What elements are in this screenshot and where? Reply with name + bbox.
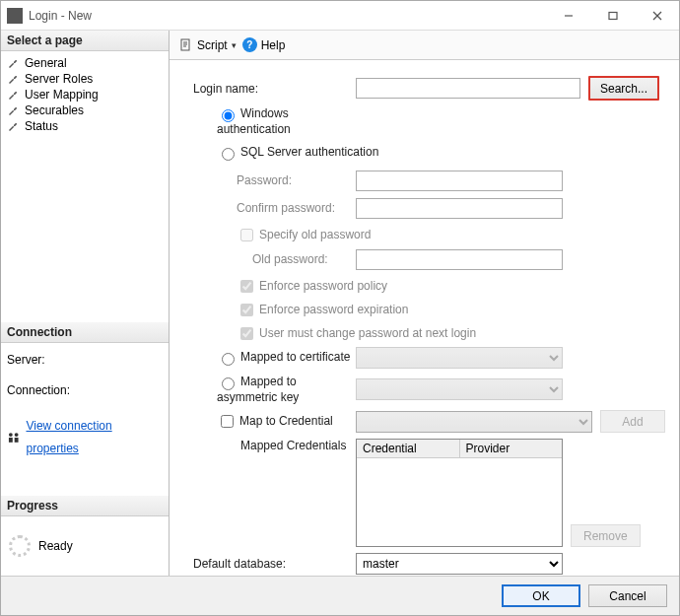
spinner-icon — [9, 535, 31, 557]
col-provider: Provider — [460, 440, 563, 457]
close-button[interactable] — [635, 1, 679, 30]
mapped-creds-table[interactable]: Credential Provider — [356, 439, 563, 547]
content-area: Script ▾ ? Help Login name: Search... Wi… — [170, 31, 679, 576]
login-name-label: Login name: — [193, 82, 356, 96]
search-button[interactable]: Search... — [588, 76, 659, 101]
cancel-button[interactable]: Cancel — [588, 584, 667, 607]
script-button[interactable]: Script ▾ — [179, 38, 237, 52]
connection-header: Connection — [1, 322, 169, 343]
enforce-policy-checkbox — [240, 280, 253, 293]
server-label: Server: — [7, 349, 163, 372]
connection-label: Connection: — [7, 379, 163, 402]
help-button[interactable]: ? Help — [242, 37, 286, 52]
map-cred-checkbox[interactable] — [221, 415, 234, 428]
enforce-exp-row: Enforce password expiration — [193, 300, 665, 319]
col-credential: Credential — [357, 440, 460, 457]
login-name-input[interactable] — [356, 78, 580, 99]
svg-point-5 — [15, 433, 19, 437]
svg-rect-1 — [609, 12, 617, 19]
page-server-roles[interactable]: Server Roles — [3, 71, 167, 87]
caret-down-icon: ▾ — [232, 40, 237, 50]
remove-button: Remove — [571, 524, 641, 547]
sidebar: Select a page General Server Roles User … — [1, 31, 170, 576]
wrench-icon — [7, 119, 21, 133]
map-cred-option[interactable]: Map to Credential — [193, 412, 356, 431]
minimize-button[interactable] — [546, 1, 590, 30]
connection-panel: Server: Connection: View connection prop… — [1, 343, 169, 472]
wrench-icon — [7, 72, 21, 86]
must-change-row: User must change password at next login — [193, 323, 665, 343]
progress-status: Ready — [38, 539, 73, 553]
progress-panel: Ready — [1, 516, 169, 576]
page-user-mapping[interactable]: User Mapping — [3, 87, 167, 103]
content-toolbar: Script ▾ ? Help — [170, 31, 679, 60]
specify-old-checkbox — [240, 229, 253, 241]
page-securables[interactable]: Securables — [3, 103, 167, 118]
old-password-input — [356, 249, 563, 270]
specify-old-row: Specify old password — [193, 225, 665, 244]
page-list: General Server Roles User Mapping Secura… — [1, 51, 169, 138]
old-password-label: Old password: — [193, 252, 356, 266]
mapped-cert-option[interactable]: Mapped to certificate — [193, 350, 356, 366]
map-cred-select — [356, 411, 592, 433]
mapped-asym-select — [356, 378, 563, 400]
add-button: Add — [600, 410, 665, 433]
must-change-checkbox — [240, 327, 253, 340]
app-icon — [7, 8, 23, 24]
mapped-cert-select — [356, 347, 563, 369]
window-title: Login - New — [29, 9, 546, 23]
help-icon: ? — [242, 37, 257, 52]
titlebar: Login - New — [1, 1, 679, 31]
page-general[interactable]: General — [3, 55, 167, 71]
mapped-cert-radio[interactable] — [222, 353, 235, 366]
maximize-button[interactable] — [590, 1, 635, 30]
svg-rect-7 — [15, 438, 19, 443]
ok-button[interactable]: OK — [502, 584, 580, 607]
enforce-exp-checkbox — [240, 304, 253, 316]
dialog-footer: OK Cancel — [1, 576, 679, 615]
select-page-header: Select a page — [1, 31, 169, 51]
view-connection-link[interactable]: View connection properties — [26, 415, 163, 460]
wrench-icon — [7, 88, 21, 102]
page-status[interactable]: Status — [3, 118, 167, 134]
password-input — [356, 171, 563, 191]
sql-auth-option[interactable]: SQL Server authentication — [193, 145, 378, 161]
enforce-policy-row: Enforce password policy — [193, 276, 665, 296]
connection-icon — [7, 431, 20, 445]
confirm-password-input — [356, 198, 563, 219]
windows-auth-radio[interactable] — [222, 109, 235, 122]
default-db-select[interactable]: master — [356, 553, 563, 575]
default-db-label: Default database: — [193, 557, 356, 571]
progress-header: Progress — [1, 496, 169, 516]
password-label: Password: — [193, 173, 356, 187]
sql-auth-radio[interactable] — [222, 148, 235, 161]
windows-auth-option[interactable]: Windows authentication — [193, 106, 356, 136]
mapped-asym-option[interactable]: Mapped to asymmetric key — [193, 375, 356, 404]
confirm-password-label: Confirm password: — [193, 201, 356, 215]
svg-point-4 — [9, 433, 13, 437]
wrench-icon — [7, 56, 21, 70]
login-new-dialog: Login - New Select a page General Server… — [0, 0, 680, 616]
form: Login name: Search... Windows authentica… — [170, 60, 679, 576]
wrench-icon — [7, 103, 21, 117]
mapped-asym-radio[interactable] — [222, 377, 235, 390]
script-icon — [179, 38, 193, 52]
mapped-creds-label: Mapped Credentials — [193, 439, 356, 452]
svg-rect-6 — [9, 438, 13, 443]
